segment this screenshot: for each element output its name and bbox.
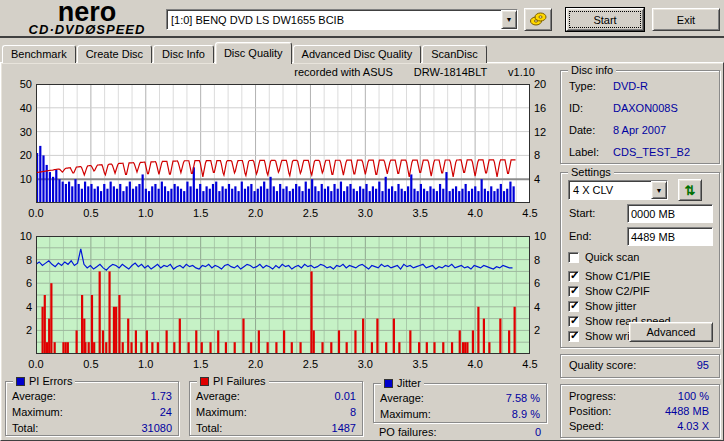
progress-label: Progress: [569, 389, 616, 404]
scan-speed-value: 4 X CLV [569, 182, 651, 198]
stat-row: Average:0.01 [196, 389, 356, 405]
exit-button[interactable]: Exit [652, 8, 720, 31]
axis-tick-label: 3.0 [350, 207, 380, 219]
tab-scandisc[interactable]: ScanDisc [422, 45, 486, 63]
drive-select-value: [1:0] BENQ DVD LS DW1655 BCIB [167, 12, 501, 28]
po-failures-row: PO failures:0 [379, 425, 541, 441]
pi-errors-swatch-icon [16, 377, 25, 386]
axis-tick-label: 2 [534, 324, 558, 336]
jitter-swatch-icon [384, 379, 393, 388]
stat-label: Average: [380, 391, 424, 407]
disc-info-label: Type: [569, 79, 613, 94]
checkbox-show-c1-pie[interactable]: ✓Show C1/PIE [568, 269, 650, 283]
axis-tick-label: 4 [534, 173, 558, 185]
tab-benchmark[interactable]: Benchmark [2, 45, 76, 63]
axis-tick-label: 10 [2, 230, 32, 242]
progress-value: 100 % [678, 389, 709, 404]
axis-tick-label: 4 [534, 301, 558, 313]
stat-row: Maximum:8 [196, 405, 356, 421]
stat-value: 24 [160, 405, 172, 421]
advanced-button[interactable]: Advanced [629, 322, 713, 342]
checkbox-icon[interactable]: ✓ [568, 271, 579, 282]
axis-tick-label: 4.5 [515, 358, 545, 370]
axis-tick-label: 8 [534, 149, 558, 161]
disc-info-row: Label:CDS_TEST_B2 [569, 145, 711, 160]
checkbox-label: Quick scan [585, 251, 639, 263]
checkbox-icon[interactable] [568, 252, 579, 263]
tab-disc-quality[interactable]: Disc Quality [215, 42, 292, 64]
pi-failures-stats-box: PI Failures Average:0.01Maximum:8Total:1… [189, 381, 363, 436]
tab-advanced-disc-quality[interactable]: Advanced Disc Quality [293, 45, 422, 63]
stat-value: 8.9 % [512, 407, 540, 423]
checkbox-icon[interactable]: ✓ [568, 286, 579, 297]
logo-cdspeed-text: CD·DVDØSPEED [12, 23, 162, 36]
axis-tick-label: 30 [2, 126, 32, 138]
tab-strip: BenchmarkCreate DiscDisc InfoDisc Qualit… [2, 42, 488, 63]
chevron-down-icon[interactable]: ▼ [651, 181, 667, 199]
disc-info-value: DVD-R [613, 79, 648, 94]
axis-tick-label: 3.5 [405, 207, 435, 219]
stat-value: 8 [350, 405, 356, 421]
stat-label: Total: [196, 421, 222, 437]
axis-tick-label: 8 [534, 254, 558, 266]
axis-tick-label: 4.5 [515, 207, 545, 219]
axis-tick-label: 1.0 [131, 358, 161, 370]
stat-row: Maximum:24 [12, 405, 172, 421]
tab-create-disc[interactable]: Create Disc [77, 45, 152, 63]
quality-score-value: 95 [697, 358, 709, 371]
disc-info-value: DAXON008S [613, 101, 678, 116]
jitter-stats-box: Jitter Average:7.58 %Maximum:8.9 % [373, 383, 547, 423]
checkbox-icon[interactable]: ✓ [568, 316, 579, 327]
axis-tick-label: 12 [534, 126, 558, 138]
start-position-label: Start: [569, 207, 595, 219]
axis-tick-label: 6 [534, 277, 558, 289]
disc-info-row: Type:DVD-R [569, 79, 711, 94]
axis-tick-label: 1.5 [186, 207, 216, 219]
end-position-label: End: [569, 230, 592, 242]
quality-score-label: Quality score: [569, 358, 636, 371]
disc-icon: Ø [85, 22, 96, 37]
progress-label: Position: [569, 404, 611, 419]
axis-tick-label: 20 [534, 78, 558, 90]
pie-errors-plot [36, 84, 530, 203]
axis-tick-label: 10 [534, 230, 558, 242]
axis-tick-label: 0.5 [76, 358, 106, 370]
checkbox-show-jitter[interactable]: ✓Show jitter [568, 299, 636, 313]
axis-tick-label: 16 [534, 102, 558, 114]
checkbox-icon[interactable]: ✓ [568, 301, 579, 312]
checkbox-show-c2-pif[interactable]: ✓Show C2/PIF [568, 284, 650, 298]
stat-row: Total:31080 [12, 421, 172, 437]
disc-info-row: ID:DAXON008S [569, 101, 711, 116]
stat-value: 1487 [332, 421, 356, 437]
disc-info-group: Disc info Type:DVD-RID:DAXON008SDate:8 A… [560, 70, 720, 164]
stat-row: Average:7.58 % [380, 391, 540, 407]
start-button[interactable]: Start [566, 8, 644, 31]
scan-speed-select[interactable]: 4 X CLV ▼ [568, 180, 668, 200]
checkbox-quick-scan[interactable]: Quick scan [568, 250, 639, 264]
jitter-pif-chart: 1086421086420.00.51.01.52.02.53.03.54.04… [0, 236, 560, 376]
refresh-button[interactable]: ⇅ [678, 179, 702, 201]
toolbar: nero CD·DVDØSPEED [1:0] BENQ DVD LS DW16… [0, 0, 724, 38]
pie-errors-chart: 5040302010201612840.00.51.01.52.02.53.03… [0, 84, 560, 224]
stat-label: Maximum: [380, 407, 431, 423]
stat-value: 1.73 [151, 389, 172, 405]
axis-tick-label: 10 [2, 173, 32, 185]
checkbox-label: Show jitter [585, 300, 636, 312]
nero-logo: nero CD·DVDØSPEED [12, 1, 162, 36]
discs-icon [529, 12, 547, 26]
disc-info-label: ID: [569, 101, 613, 116]
start-position-field[interactable]: 0000 MB [627, 204, 713, 223]
checkbox-icon[interactable]: ✓ [568, 331, 579, 342]
end-position-field[interactable]: 4489 MB [627, 227, 713, 246]
pi-failures-title: PI Failures [213, 375, 266, 387]
eject-button[interactable] [524, 8, 552, 31]
chevron-down-icon[interactable]: ▼ [501, 10, 517, 29]
checkbox-label: Show C2/PIF [585, 285, 650, 297]
stat-label: Maximum: [196, 405, 247, 421]
drive-select[interactable]: [1:0] BENQ DVD LS DW1655 BCIB ▼ [166, 9, 518, 30]
stat-value: 0.01 [335, 389, 356, 405]
tab-disc-info[interactable]: Disc Info [153, 45, 214, 63]
axis-tick-label: 4.0 [460, 358, 490, 370]
po-failures-label: PO failures: [379, 425, 436, 441]
axis-tick-label: 20 [2, 149, 32, 161]
